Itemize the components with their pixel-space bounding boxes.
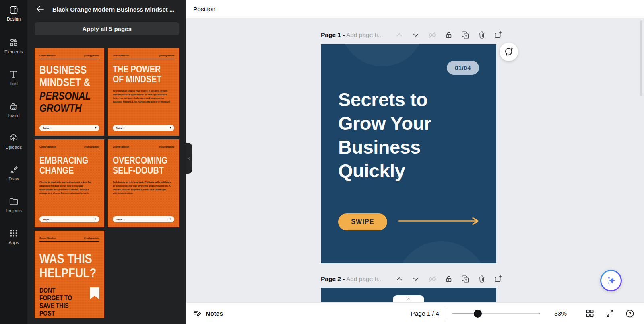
thumb-body: Self-doubt can hold you back. Cultivate … <box>113 180 171 195</box>
page-counter-badge[interactable]: 01/04 <box>447 61 479 75</box>
lock-icon <box>444 275 453 283</box>
grid-view-button[interactable] <box>584 308 595 319</box>
canvas-scrollbar[interactable] <box>640 20 642 96</box>
hide-page-button[interactable] <box>427 274 438 284</box>
chevron-up-icon <box>395 275 404 283</box>
add-comment-button[interactable] <box>500 43 518 61</box>
thumb-author: Connor Hamilton <box>39 146 56 148</box>
thumb-title: THE POWER OF MINDSET <box>113 64 174 84</box>
page-thumbnail-3[interactable]: Connor Hamilton@reallygreatsite EMBRACIN… <box>35 139 104 227</box>
delete-page-button[interactable] <box>477 274 487 284</box>
sidebar-item-label: Text <box>10 81 18 86</box>
expand-toolbar-tab[interactable] <box>393 295 424 302</box>
notes-button[interactable]: Notes <box>193 309 223 318</box>
zoom-fit-marker <box>539 313 540 314</box>
swipe-arrow-line <box>51 128 96 128</box>
page2-header: Page 2 - Add page ti... <box>321 274 504 284</box>
page2-title-input[interactable]: Add page ti... <box>346 275 383 282</box>
thumb-swipe-pill: Swipe <box>113 216 174 222</box>
template-thumbnails: Connor Hamilton@reallygreatsite BUSINESS… <box>35 48 179 318</box>
canva-ai-button[interactable] <box>600 270 622 291</box>
duplicate-icon <box>461 275 470 283</box>
comment-plus-icon <box>504 47 514 57</box>
move-page-down-button[interactable] <box>411 274 421 284</box>
notes-icon <box>193 309 202 318</box>
rail-group: Elements Text co Brand Uploads Draw <box>0 30 27 252</box>
thumb-subtitle: DONT FORGET TO SAVE THIS POST <box>39 287 77 317</box>
sidebar-item-projects[interactable]: Projects <box>0 189 27 220</box>
lock-page-button[interactable] <box>444 274 454 284</box>
sidebar-item-label: Uploads <box>6 145 22 150</box>
thumb-title: BUSINESS MINDSET & <box>39 64 99 89</box>
hide-page-button[interactable] <box>427 30 438 40</box>
zoom-slider-thumb[interactable] <box>474 310 482 318</box>
thumb-author: Connor Hamilton <box>39 237 56 239</box>
move-page-up-button[interactable] <box>394 274 405 284</box>
lock-page-button[interactable] <box>444 30 454 40</box>
bookmark-icon <box>90 287 99 299</box>
sidebar-item-label: Apps <box>8 240 19 245</box>
sidebar-item-text[interactable]: Text <box>0 62 27 93</box>
notes-label: Notes <box>206 310 223 317</box>
apps-icon <box>8 228 19 238</box>
page-thumbnail-4[interactable]: Connor Hamilton@reallygreatsite OVERCOMI… <box>108 139 179 227</box>
thumb-swipe-pill: Swipe <box>39 216 99 222</box>
swipe-pill[interactable]: SWIPE <box>338 213 387 230</box>
page-thumbnail-5[interactable]: Connor Hamilton@reallygreatsite WAS THIS… <box>35 231 104 318</box>
trash-icon <box>477 31 486 39</box>
thumb-author: Connor Hamilton <box>113 54 129 57</box>
sidebar-item-draw[interactable]: Draw <box>0 157 27 189</box>
sidebar-item-label: Elements <box>4 49 23 54</box>
back-button[interactable] <box>35 4 46 14</box>
add-page-button[interactable] <box>493 274 504 284</box>
sidebar-item-elements[interactable]: Elements <box>0 30 27 62</box>
sidebar-item-design[interactable]: Design <box>0 0 27 23</box>
bottom-bar: Notes Page 1 / 4 33% ? <box>186 302 644 324</box>
sidebar-item-brand[interactable]: co Brand <box>0 93 27 125</box>
thumb-author: Connor Hamilton <box>113 146 129 148</box>
help-button[interactable]: ? <box>625 308 635 319</box>
chevron-left-icon <box>187 156 192 161</box>
thumb-handle: @reallygreatsite <box>159 146 174 148</box>
move-page-up-button[interactable] <box>394 30 405 40</box>
thumb-title: OVERCOMING SELF-DOUBT <box>113 155 174 175</box>
decorative-circle <box>340 44 425 66</box>
page-thumbnail-1[interactable]: Connor Hamilton@reallygreatsite BUSINESS… <box>35 48 104 136</box>
add-page-button[interactable] <box>493 30 504 40</box>
page1-title-input[interactable]: Add page ti... <box>346 31 383 38</box>
design-icon <box>9 5 19 15</box>
position-button[interactable]: Position <box>193 6 215 13</box>
thumb-title: EMBRACING CHANGE <box>39 155 99 175</box>
sidebar-item-uploads[interactable]: Uploads <box>0 125 27 157</box>
thumb-title: WAS THIS HELPFUL? <box>39 252 99 280</box>
duplicate-icon <box>461 31 470 39</box>
sidebar-item-apps[interactable]: Apps <box>0 220 27 252</box>
delete-page-button[interactable] <box>477 30 487 40</box>
design-heading[interactable]: Secrets to Grow Your Business Quickly <box>338 88 431 183</box>
page-thumbnail-2[interactable]: Connor Hamilton@reallygreatsite THE POWE… <box>108 48 179 136</box>
trash-icon <box>477 275 486 283</box>
fullscreen-button[interactable] <box>605 308 615 319</box>
move-page-down-button[interactable] <box>411 30 421 40</box>
add-page-icon <box>494 31 503 39</box>
swipe-arrow[interactable] <box>398 217 481 226</box>
grid-view-icon <box>585 309 594 318</box>
thumb-handle: @reallygreatsite <box>84 146 99 148</box>
collapse-panel-handle[interactable] <box>186 143 192 174</box>
divider <box>446 308 446 320</box>
duplicate-page-button[interactable] <box>460 274 471 284</box>
context-toolbar: Position <box>186 0 644 18</box>
eye-off-icon <box>428 31 437 39</box>
apply-all-pages-button[interactable]: Apply all 5 pages <box>35 22 179 35</box>
thumb-swipe-pill: Swipe <box>39 125 99 131</box>
canvas-page-1[interactable]: 01/04 Secrets to Grow Your Business Quic… <box>321 44 496 263</box>
sidebar-item-label: Projects <box>6 208 22 213</box>
page2-label: Page 2 - <box>321 275 345 282</box>
editor-canvas: Page 1 - Add page ti... 01/04 Secrets to… <box>186 18 644 302</box>
lock-icon <box>444 31 453 39</box>
duplicate-page-button[interactable] <box>460 30 471 40</box>
zoom-slider[interactable] <box>452 310 540 318</box>
thumb-handle: @reallygreatsite <box>84 237 99 239</box>
thumb-handle: @reallygreatsite <box>159 54 174 57</box>
chevron-up-icon <box>395 31 404 39</box>
